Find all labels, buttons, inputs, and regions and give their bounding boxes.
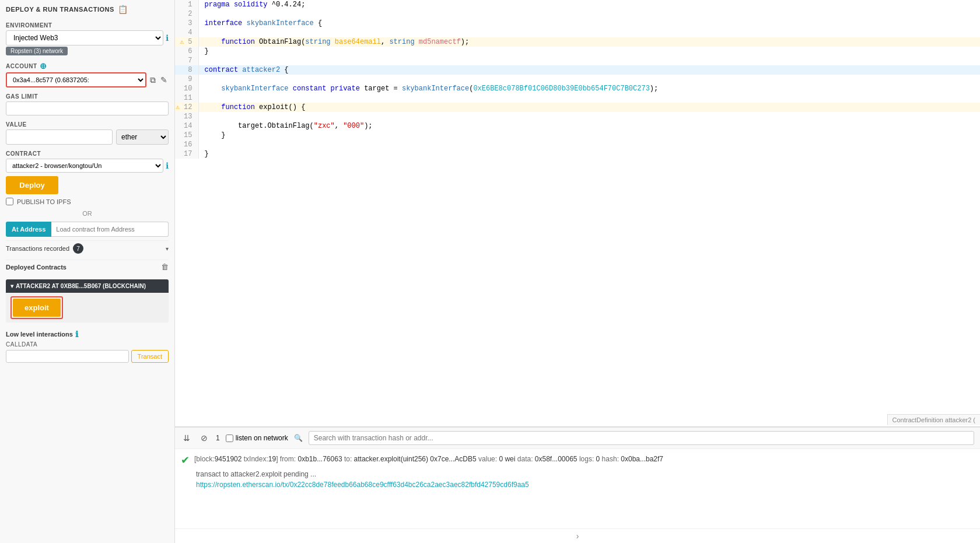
code-panel: 1 pragma solidity ^0.4.24; 2 3 interface… xyxy=(175,0,980,543)
calldata-input[interactable] xyxy=(6,350,129,363)
account-add-icon[interactable]: ⊕ xyxy=(40,61,47,71)
bottom-panel: ⇊ ⊘ 1 listen on network 🔍 ✔ [block:94519… xyxy=(175,426,980,543)
transactions-chevron-icon: ▾ xyxy=(166,246,169,252)
contract-select[interactable]: attacker2 - browser/kongtou/Un xyxy=(6,159,163,173)
code-line-4: 4 xyxy=(175,28,980,37)
contract-info-icon[interactable]: ℹ xyxy=(166,161,169,170)
network-badge: Ropsten (3) network xyxy=(6,47,68,55)
at-address-button[interactable]: At Address xyxy=(6,222,51,237)
trash-icon[interactable]: 🗑 xyxy=(161,262,169,271)
gas-limit-label: GAS LIMIT xyxy=(6,93,169,100)
account-label: ACCOUNT xyxy=(6,63,37,69)
deployed-contracts-label: Deployed Contracts xyxy=(6,264,66,271)
transact-button[interactable]: Transact xyxy=(131,350,169,363)
publish-ipfs-checkbox[interactable] xyxy=(6,198,13,205)
low-level-info-icon[interactable]: ℹ xyxy=(75,330,78,339)
value-unit-select[interactable]: wei gwei finney ether xyxy=(116,129,169,145)
left-panel: DEPLOY & RUN TRANSACTIONS 📋 ENVIRONMENT … xyxy=(0,0,175,543)
tx-link[interactable]: https://ropsten.etherscan.io/tx/0x22cc8d… xyxy=(196,481,974,489)
contract-label: CONTRACT xyxy=(6,150,169,157)
low-level-label: Low level interactions xyxy=(6,331,73,338)
copy-account-button[interactable]: ⧉ xyxy=(149,74,157,86)
code-line-5: ⚠ 5 function ObtainFlag(string base64ema… xyxy=(175,37,980,47)
account-section: ACCOUNT ⊕ 0x3a4...8c577 (0.6837205: ⧉ ✎ xyxy=(6,59,169,87)
expand-icon: ▾ xyxy=(10,283,13,289)
environment-label: ENVIRONMENT xyxy=(6,22,169,29)
listen-label: listen on network xyxy=(236,434,288,442)
tx-count: 1 xyxy=(216,434,220,442)
search-input[interactable] xyxy=(309,431,974,445)
tx-entry: ✔ [block:9451902 txIndex:19] from: 0xb1b… xyxy=(181,454,974,467)
account-select[interactable]: 0x3a4...8c577 (0.6837205: xyxy=(6,72,146,87)
or-divider: OR xyxy=(6,210,169,217)
value-input[interactable]: 0 xyxy=(6,129,113,145)
exploit-button[interactable]: exploit xyxy=(13,299,61,317)
edit-account-button[interactable]: ✎ xyxy=(159,74,169,86)
bottom-more[interactable]: › xyxy=(175,528,980,543)
exploit-button-wrapper: exploit xyxy=(10,296,63,319)
environment-section: ENVIRONMENT Injected Web3 ℹ Ropsten (3) … xyxy=(6,20,169,55)
contract-instance: ▾ ATTACKER2 AT 0XB8E...5B067 (BLOCKCHAIN… xyxy=(6,279,169,323)
panel-title-icon: 📋 xyxy=(118,5,128,14)
listen-row: listen on network xyxy=(226,434,288,442)
code-line-12: ⚠ 12 function exploit() { xyxy=(175,103,980,112)
code-line-14: 14 target.ObtainFlag("zxc", "000"); xyxy=(175,121,980,131)
contract-instance-label: ATTACKER2 AT 0XB8E...5B067 (BLOCKCHAIN) xyxy=(16,283,146,289)
transaction-log: ✔ [block:9451902 txIndex:19] from: 0xb1b… xyxy=(175,449,980,528)
collapse-all-icon[interactable]: ⇊ xyxy=(181,432,192,444)
contract-instance-header: ▾ ATTACKER2 AT 0XB8E...5B067 (BLOCKCHAIN… xyxy=(6,279,169,293)
at-address-section: At Address xyxy=(6,222,169,237)
deploy-section: Deploy xyxy=(6,176,169,194)
code-line-9: 9 xyxy=(175,75,980,84)
code-line-3: 3 interface skybankInterface { xyxy=(175,19,980,28)
code-editor[interactable]: 1 pragma solidity ^0.4.24; 2 3 interface… xyxy=(175,0,980,426)
transactions-label: Transactions recorded xyxy=(6,245,69,252)
code-line-7: 7 xyxy=(175,56,980,65)
code-line-17: 17 } xyxy=(175,149,980,159)
code-line-11: 11 xyxy=(175,93,980,103)
panel-title-text: DEPLOY & RUN TRANSACTIONS xyxy=(6,6,114,13)
environment-select[interactable]: Injected Web3 xyxy=(6,30,163,45)
contract-section: CONTRACT attacker2 - browser/kongtou/Un … xyxy=(6,148,169,173)
bottom-toolbar: ⇊ ⊘ 1 listen on network 🔍 xyxy=(175,428,980,449)
environment-info-icon[interactable]: ℹ xyxy=(166,33,169,43)
code-line-1: 1 pragma solidity ^0.4.24; xyxy=(175,0,980,9)
code-line-6: 6 } xyxy=(175,47,980,56)
code-line-10: 10 skybankInterface constant private tar… xyxy=(175,84,980,93)
tx-pending-text: transact to attacker2.exploit pending ..… xyxy=(196,470,974,478)
contract-instance-body: exploit xyxy=(6,293,169,323)
tx-success-icon: ✔ xyxy=(181,454,190,467)
contract-definition-label: ContractDefinition attacker2 ( xyxy=(887,414,980,425)
publish-ipfs-section: PUBLISH TO IPFS xyxy=(6,198,169,205)
code-line-13: 13 xyxy=(175,112,980,121)
gas-limit-input[interactable]: 3000000 xyxy=(6,101,169,115)
value-section: VALUE 0 wei gwei finney ether xyxy=(6,119,169,145)
code-line-15: 15 } xyxy=(175,131,980,140)
expand-more-icon: › xyxy=(576,531,579,541)
deployed-contracts-row: Deployed Contracts 🗑 xyxy=(6,260,169,274)
panel-title: DEPLOY & RUN TRANSACTIONS 📋 xyxy=(6,5,169,14)
publish-ipfs-label: PUBLISH TO IPFS xyxy=(17,198,71,205)
tx-text: [block:9451902 txIndex:19] from: 0xb1b..… xyxy=(194,455,663,463)
code-table: 1 pragma solidity ^0.4.24; 2 3 interface… xyxy=(175,0,980,159)
code-line-2: 2 xyxy=(175,9,980,19)
calldata-label: CALLDATA xyxy=(6,341,169,348)
value-label: VALUE xyxy=(6,121,169,128)
stop-icon[interactable]: ⊘ xyxy=(198,432,210,444)
low-level-section: Low level interactions ℹ CALLDATA Transa… xyxy=(6,330,169,363)
search-icon: 🔍 xyxy=(294,434,303,442)
deploy-button[interactable]: Deploy xyxy=(6,176,58,194)
transactions-badge: 7 xyxy=(73,243,83,254)
tx-details: [block:9451902 txIndex:19] from: 0xb1b..… xyxy=(194,454,663,464)
code-line-16: 16 xyxy=(175,140,980,149)
gas-limit-section: GAS LIMIT 3000000 xyxy=(6,91,169,115)
transactions-recorded-row[interactable]: Transactions recorded 7 ▾ xyxy=(6,240,169,256)
at-address-input[interactable] xyxy=(51,222,169,237)
code-line-8: 8 contract attacker2 { xyxy=(175,65,980,75)
listen-checkbox[interactable] xyxy=(226,435,233,442)
